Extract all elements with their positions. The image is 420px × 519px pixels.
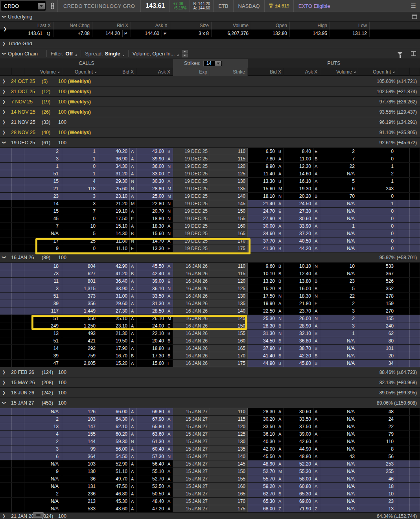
call-ask-cell[interactable]: 30.30A xyxy=(136,178,173,185)
put-ask-cell[interactable]: 44.90A xyxy=(284,445,320,453)
expander-icon[interactable]: ❯ xyxy=(2,399,6,407)
option-chain-row[interactable]: 3975916.70B17.30B16 JAN 2617041.40B42.20… xyxy=(0,352,420,360)
put-bid-cell[interactable]: 68.00Z xyxy=(248,505,284,512)
call-ask-cell[interactable]: 39.00E xyxy=(136,278,173,285)
option-chain-row[interactable]: N/A21345.30A48.40A15 JAN 2717065.30A69.0… xyxy=(0,498,420,505)
call-ask-cell[interactable]: 14.70A xyxy=(136,237,173,245)
put-ask-header[interactable]: Ask X xyxy=(284,68,320,76)
link-icon[interactable] xyxy=(48,0,57,12)
option-chain-row[interactable]: 2140.20A43.00B19 DEC 251106.50B8.40E20 xyxy=(0,148,420,155)
call-bid-cell[interactable]: 19.10A xyxy=(99,208,136,215)
call-ask-cell[interactable]: 39.90A xyxy=(136,155,173,162)
call-bid-cell[interactable]: 62.10A xyxy=(99,423,136,430)
call-bid-cell[interactable]: 34.30A xyxy=(99,163,136,170)
call-bid-cell[interactable]: 27.30A xyxy=(99,307,136,315)
put-ask-cell[interactable]: 30.60B xyxy=(284,215,320,222)
call-bid-cell[interactable]: 15.20A xyxy=(99,360,136,367)
call-ask-cell[interactable]: 60.40A xyxy=(136,445,173,453)
call-ask-cell[interactable]: 20.40B xyxy=(136,337,173,344)
call-bid-cell[interactable]: 43.60A xyxy=(99,505,136,512)
call-bid-cell[interactable]: 29.60A xyxy=(99,300,136,307)
call-ask-cell[interactable]: 67.90A xyxy=(136,416,173,423)
call-ask-cell[interactable]: 18.80N xyxy=(136,215,173,222)
put-bid-cell[interactable]: 37.90B xyxy=(248,345,284,352)
option-chain-row[interactable]: N/A10352.90A56.40A15 JAN 2714548.90A52.2… xyxy=(0,460,420,468)
put-bid-cell[interactable]: 48.90A xyxy=(248,460,284,467)
option-chain-row[interactable]: 7362741.20B42.40A16 JAN 2611510.10B12.40… xyxy=(0,270,420,278)
option-chain-row[interactable]: 3935629.60A31.30A16 JAN 2613519.90A21.80… xyxy=(0,300,420,307)
put-ask-cell[interactable]: 16.10A xyxy=(284,178,320,185)
expander-icon[interactable]: ❯ xyxy=(0,390,8,395)
call-bid-cell[interactable]: 31.00A xyxy=(99,293,136,300)
put-volume-header[interactable]: Volume xyxy=(320,68,358,76)
put-ask-cell[interactable]: 60.80A xyxy=(284,483,320,490)
call-bid-cell[interactable]: 11.80N xyxy=(99,237,136,245)
call-bid-cell[interactable]: 45.30A xyxy=(99,498,136,505)
put-bid-cell[interactable]: 27.90B xyxy=(248,215,284,222)
put-ask-cell[interactable]: 38.70B xyxy=(284,345,320,352)
scroll-widget[interactable] xyxy=(33,512,44,518)
call-ask-cell[interactable]: 63.60A xyxy=(136,431,173,438)
put-ask-cell[interactable]: 28.90A xyxy=(284,322,320,329)
put-bid-cell[interactable]: 36.10A xyxy=(248,431,284,438)
strikes-select[interactable]: 14 xyxy=(203,60,222,67)
call-bid-cell[interactable]: 11.10E xyxy=(99,245,136,252)
expander-icon[interactable]: ❯ xyxy=(0,89,8,94)
put-ask-cell[interactable]: 36.80A xyxy=(284,337,320,344)
option-chain-row[interactable]: 3136.90A39.90A19 DEC 251157.80A11.00B70 xyxy=(0,155,420,163)
put-bid-cell[interactable]: 21.40A xyxy=(248,200,284,207)
exp-header[interactable]: Exp xyxy=(173,68,210,76)
put-bid-cell[interactable]: 13.30B xyxy=(248,178,284,185)
put-bid-cell[interactable]: 42.00A xyxy=(248,445,284,453)
put-ask-cell[interactable]: 65.30A xyxy=(284,490,320,497)
option-chain-row[interactable]: 51131.20A33.00E19 DEC 2512511.40A14.60AN… xyxy=(0,170,420,178)
option-chain-row[interactable]: 636454.50A57.30N15 JAN 2714045.50A48.80A… xyxy=(0,453,420,460)
call-ask-cell[interactable]: 61.30A xyxy=(136,438,173,445)
layout-dropdown[interactable]: Volume, Open In... xyxy=(133,48,179,59)
expiration-group-header[interactable]: ❯18 JUN 26(242)10089.05% (±99.395) xyxy=(0,388,420,398)
expander-icon[interactable]: ❯ xyxy=(0,110,8,114)
call-ask-cell[interactable]: 65.80A xyxy=(136,423,173,430)
put-bid-cell[interactable]: 59.20A xyxy=(248,483,284,490)
put-ask-cell[interactable]: 18.30N xyxy=(284,293,320,300)
underlying-section-header[interactable]: ❯ Underlying xyxy=(0,12,420,22)
call-bid-cell[interactable]: 52.90A xyxy=(99,460,136,467)
option-chain-row[interactable]: N/A514.30B15.60N19 DEC 2516534.60B37.20A… xyxy=(0,230,420,237)
call-ask-cell[interactable]: 28.50A xyxy=(136,307,173,315)
call-ask-cell[interactable]: 26.10M xyxy=(136,315,173,322)
put-ask-cell[interactable]: 11.00B xyxy=(284,155,320,162)
option-chain-row[interactable]: 415560.20A63.60A15 JAN 2712536.10A39.00A… xyxy=(0,431,420,438)
symbol-input[interactable]: CRDO xyxy=(1,1,46,11)
call-ask-cell[interactable]: 17.30B xyxy=(136,352,173,359)
call-ask-cell[interactable]: 52.50A xyxy=(136,483,173,490)
expiration-group-header[interactable]: ❯24 OCT 25(5)100(Weeklys)105.60% (±14.72… xyxy=(0,76,420,86)
put-ask-cell[interactable]: 58.00A xyxy=(284,475,320,482)
put-bid-cell[interactable]: 45.50A xyxy=(248,453,284,460)
option-chain-row[interactable]: 472,60515.20A15.60I16 JAN 2617544.90B45.… xyxy=(0,360,420,367)
put-ask-cell[interactable]: 23.70A xyxy=(284,307,320,315)
put-bid-cell[interactable]: 24.70E xyxy=(248,208,284,215)
call-ask-cell[interactable]: 18.30A xyxy=(136,223,173,230)
strike-header[interactable]: Strike xyxy=(210,68,248,76)
option-chain-row[interactable]: 71015.10A18.30A19 DEC 2516030.00A33.90A1… xyxy=(0,223,420,230)
call-bid-cell[interactable]: 17.90A xyxy=(99,345,136,352)
call-bid-cell[interactable]: 33.90A xyxy=(99,285,136,292)
call-bid-cell[interactable]: 41.20B xyxy=(99,270,136,277)
expiration-group-header[interactable]: ❯16 JAN 26(89)10095.97% (±58.701) xyxy=(0,252,420,263)
option-chain-row[interactable]: 15429.30N30.30A19 DEC 2513013.30B16.10A5… xyxy=(0,178,420,185)
call-bid-cell[interactable]: 36.90A xyxy=(99,155,136,162)
call-bid-header[interactable]: Bid X xyxy=(99,68,136,76)
option-chain-row[interactable]: 1880442.90A45.50A16 JAN 261109.60B10.10N… xyxy=(0,263,420,270)
expiration-group-header[interactable]: ❯15 MAY 26(208)10082.13% (±80.968) xyxy=(0,377,420,388)
option-chain-row[interactable]: 913051.10A55.10A15 JAN 2715052.70M55.30A… xyxy=(0,468,420,475)
put-ask-cell[interactable]: 48.80A xyxy=(284,453,320,460)
call-bid-cell[interactable]: 23.10A xyxy=(99,193,136,200)
put-ask-cell[interactable]: 42.20B xyxy=(284,352,320,359)
expander-icon[interactable]: ❯ xyxy=(0,79,8,83)
put-bid-cell[interactable]: 9.90A xyxy=(248,163,284,170)
menu-icon[interactable]: ☰ xyxy=(407,0,420,12)
option-chain-row[interactable]: 1314762.10A65.80A15 JAN 2712033.50A37.50… xyxy=(0,423,420,431)
call-bid-cell[interactable]: 42.90A xyxy=(99,263,136,270)
put-ask-cell[interactable]: 16.00B xyxy=(284,285,320,292)
put-bid-cell[interactable]: 15.60M xyxy=(248,185,284,192)
